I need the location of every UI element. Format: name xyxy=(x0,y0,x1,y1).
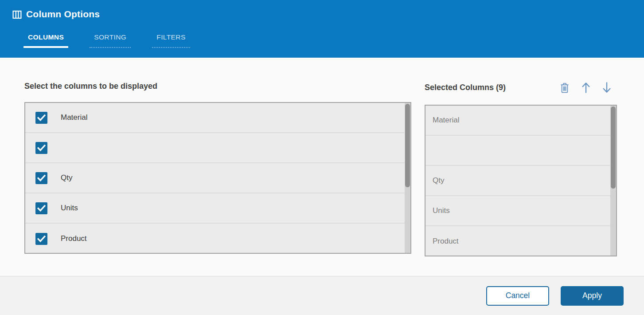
tab-sorting[interactable]: SORTING xyxy=(90,33,131,48)
selected-column-label: Qty xyxy=(433,176,444,185)
scrollbar-track[interactable] xyxy=(405,103,410,253)
column-label: Product xyxy=(61,234,87,243)
apply-button[interactable]: Apply xyxy=(561,286,624,306)
cancel-button[interactable]: Cancel xyxy=(486,286,549,306)
checkbox-blank[interactable] xyxy=(35,142,47,154)
selected-columns-panel: Selected Columns (9) xyxy=(425,58,617,276)
checkbox-units[interactable] xyxy=(35,202,47,214)
column-row-product[interactable]: Product xyxy=(25,224,410,254)
selected-row-qty[interactable]: Qty xyxy=(425,166,616,196)
tab-filters[interactable]: FILTERS xyxy=(152,33,190,48)
selected-row-blank[interactable] xyxy=(425,136,616,166)
column-options-dialog: Column Options COLUMNS SORTING FILTERS S… xyxy=(0,0,644,315)
column-label: Units xyxy=(61,204,78,213)
scrollbar-track[interactable] xyxy=(610,106,616,256)
selected-columns-heading: Selected Columns (9) xyxy=(425,83,506,92)
page-title: Column Options xyxy=(26,9,100,20)
column-label: Material xyxy=(61,113,87,122)
tab-bar: COLUMNS SORTING FILTERS xyxy=(23,33,190,48)
check-icon xyxy=(37,114,46,121)
delete-button[interactable] xyxy=(559,82,570,94)
available-rows: Material Qty xyxy=(25,103,410,253)
column-row-blank[interactable] xyxy=(25,133,410,163)
checkbox-qty[interactable] xyxy=(35,172,47,184)
selected-column-label: Material xyxy=(433,116,459,125)
checkbox-product[interactable] xyxy=(35,233,47,245)
selected-columns-header: Selected Columns (9) xyxy=(425,82,617,94)
scrollbar-thumb[interactable] xyxy=(405,104,410,187)
column-row-qty[interactable]: Qty xyxy=(25,163,410,193)
column-label: Qty xyxy=(61,173,72,182)
dialog-header: Column Options COLUMNS SORTING FILTERS xyxy=(0,0,644,58)
selected-rows: Material Qty Units Product xyxy=(425,106,616,256)
columns-icon xyxy=(12,10,22,19)
check-icon xyxy=(37,175,46,181)
selected-actions xyxy=(559,82,617,94)
dialog-content: Select the columns to be displayed Mater… xyxy=(0,58,644,276)
move-up-button[interactable] xyxy=(581,82,591,94)
selected-row-material[interactable]: Material xyxy=(425,106,616,136)
checkbox-material[interactable] xyxy=(35,112,47,124)
selected-column-label: Product xyxy=(433,237,459,246)
selected-columns-list: Material Qty Units Product xyxy=(425,105,617,256)
column-row-material[interactable]: Material xyxy=(25,103,410,133)
tab-columns[interactable]: COLUMNS xyxy=(23,33,68,48)
check-icon xyxy=(37,145,46,151)
title-row: Column Options xyxy=(12,9,644,20)
available-columns-list: Material Qty xyxy=(24,102,411,254)
available-columns-panel: Select the columns to be displayed Mater… xyxy=(24,58,411,276)
column-row-units[interactable]: Units xyxy=(25,193,410,224)
arrow-down-icon xyxy=(602,82,612,94)
scrollbar-thumb[interactable] xyxy=(611,106,616,189)
check-icon xyxy=(37,236,46,242)
dialog-footer: Cancel Apply xyxy=(0,276,644,315)
selected-row-product[interactable]: Product xyxy=(425,226,616,256)
check-icon xyxy=(37,205,46,212)
trash-icon xyxy=(559,82,570,94)
selected-row-units[interactable]: Units xyxy=(425,196,616,226)
selected-column-label: Units xyxy=(433,206,450,215)
available-columns-heading: Select the columns to be displayed xyxy=(24,82,411,91)
arrow-up-icon xyxy=(581,82,591,94)
move-down-button[interactable] xyxy=(602,82,612,94)
